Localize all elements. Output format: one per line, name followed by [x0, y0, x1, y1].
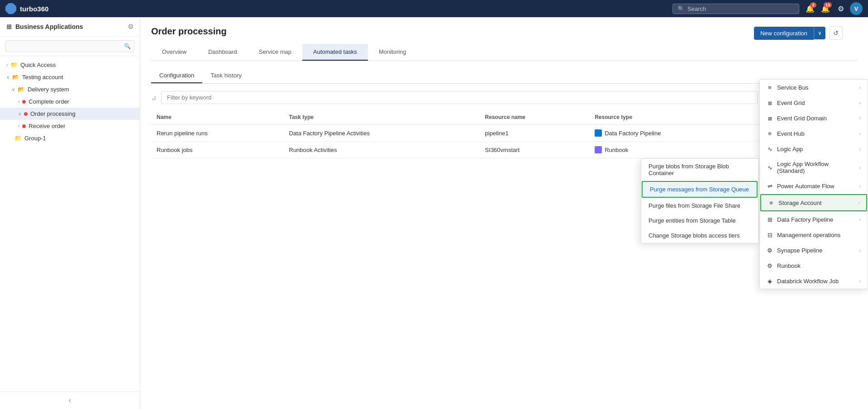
sidebar-item-order-processing[interactable]: ∨ Order processing: [0, 108, 140, 120]
panel-item-label: Service Bus: [777, 84, 808, 91]
panel-item-data-factory[interactable]: ⊞ Data Factory Pipeline ›: [760, 212, 868, 227]
sidebar-item-receive-order[interactable]: › Receive order: [0, 120, 140, 132]
search-icon: 🔍: [677, 5, 685, 12]
col-resource-name: Resource name: [480, 110, 590, 124]
row-resource-name: pipeline1: [480, 124, 590, 142]
folder-icon: 📁: [10, 62, 18, 68]
sub-item-change-tiers[interactable]: Change Storage blobs access tiers: [641, 228, 758, 243]
sidebar-item-delivery-system[interactable]: ∨ 📂 Delivery system: [0, 83, 140, 95]
sidebar-search-input[interactable]: [5, 40, 134, 52]
col-task-type: Task type: [284, 110, 480, 124]
refresh-button[interactable]: ↺: [829, 26, 843, 40]
top-nav: turbo360 🔍 Search 🔔 3 🔔 13 ⚙ V: [0, 0, 868, 17]
chevron-right-icon: ›: [6, 62, 8, 67]
row-name: Runbook jobs: [151, 142, 284, 158]
nav-item-label: Receive order: [29, 123, 134, 129]
panel-item-power-automate[interactable]: ⇌ Power Automate Flow ›: [760, 178, 868, 194]
notifications-bell-1[interactable]: 🔔 3: [804, 2, 816, 15]
chevron-right-icon: ›: [859, 247, 861, 253]
search-bar[interactable]: 🔍 Search: [672, 4, 799, 14]
row-task-type: Data Factory Pipeline Activities: [284, 124, 480, 142]
new-configuration-button[interactable]: New configuration: [754, 27, 814, 40]
tab-overview[interactable]: Overview: [151, 44, 197, 61]
col-name: Name: [151, 110, 284, 124]
subtab-task-history[interactable]: Task history: [202, 68, 250, 83]
runbook-panel-icon: ⚙: [766, 262, 773, 269]
table-row[interactable]: Runbook jobs Runbook Activities SI360vms…: [151, 142, 857, 158]
sub-item-purge-messages[interactable]: Purge messages from Storage Queue: [642, 181, 758, 198]
panel-item-databrick[interactable]: ◈ Databrick Workflow Job ›: [760, 273, 868, 289]
tab-dashboard[interactable]: Dashboard: [197, 44, 248, 61]
data-factory-icon: ⊞: [766, 216, 773, 223]
panel-item-logic-app-workflow[interactable]: ∿ Logic App Workflow (Standard) ›: [760, 157, 868, 178]
event-grid-domain-icon: ≣: [766, 114, 773, 122]
sub-item-purge-files[interactable]: Purge files from Storage File Share: [641, 198, 758, 213]
sidebar-item-testing-account[interactable]: ∨ 📂 Testing account: [0, 71, 140, 83]
panel-item-label: Runbook: [777, 262, 801, 269]
event-grid-icon: ≣: [766, 99, 773, 106]
filter-icon: ⊿: [151, 94, 157, 101]
tab-monitoring[interactable]: Monitoring: [368, 44, 417, 61]
panel-item-label: Event Hub: [777, 130, 805, 137]
panel-item-management-ops[interactable]: ⊟ Management operations: [760, 227, 868, 243]
service-bus-icon: ≡: [766, 84, 773, 91]
nav-item-label: Order processing: [30, 110, 134, 117]
row-resource-type: Runbook: [589, 142, 754, 158]
filter-bar: ⊿ Task type ∨ Resource name: [151, 91, 857, 104]
sidebar-gear-icon[interactable]: ⚙: [128, 23, 134, 31]
sidebar-collapse-button[interactable]: ‹: [0, 391, 140, 409]
status-dot: [22, 124, 26, 128]
panel-item-event-grid-domain[interactable]: ≣ Event Grid Domain ›: [760, 110, 868, 126]
panel-item-service-bus[interactable]: ≡ Service Bus ›: [760, 80, 868, 95]
filter-input[interactable]: [161, 91, 758, 104]
chevron-right-icon: ›: [18, 124, 19, 128]
user-avatar[interactable]: V: [850, 2, 863, 15]
panel-item-label: Management operations: [777, 232, 840, 238]
table-row[interactable]: Rerun pipeline runs Data Factory Pipelin…: [151, 124, 857, 142]
logic-app-workflow-icon: ∿: [766, 164, 773, 171]
folder-icon: 📂: [12, 74, 19, 81]
sub-item-purge-entities[interactable]: Purge entities from Storage Table: [641, 213, 758, 228]
notifications-bell-2[interactable]: 🔔 13: [819, 2, 832, 15]
settings-icon[interactable]: ⚙: [835, 2, 847, 15]
sidebar-header: ⊞ Business Applications ⚙: [0, 17, 140, 37]
tab-service-map[interactable]: Service map: [248, 44, 302, 61]
pipeline-icon: [595, 129, 602, 137]
runbook-icon: [595, 146, 602, 153]
sidebar-title: Business Applications: [15, 23, 83, 30]
sidebar: ⊞ Business Applications ⚙ 🔍 › 📁 Quick Ac…: [0, 17, 140, 409]
chevron-right-icon: ›: [858, 200, 860, 205]
logic-app-icon: ∿: [766, 145, 773, 152]
automated-tasks-table: Name Task type Resource name Resource ty…: [151, 110, 857, 158]
notification-badge-1: 3: [810, 2, 816, 8]
panel-item-event-hub[interactable]: ≡ Event Hub ›: [760, 126, 868, 141]
chevron-down-icon: ∨: [18, 111, 21, 116]
subtab-configuration[interactable]: Configuration: [151, 68, 202, 83]
chevron-right-icon: ›: [859, 100, 861, 105]
panel-item-storage-account[interactable]: ≡ Storage Account ›: [760, 194, 867, 211]
panel-item-label: Power Automate Flow: [777, 183, 834, 190]
chevron-right-icon: ›: [859, 85, 861, 90]
sidebar-search: 🔍: [0, 37, 140, 56]
status-dot: [24, 112, 28, 116]
panel-item-logic-app[interactable]: ∿ Logic App ›: [760, 141, 868, 157]
panel-item-label: Synapse Pipeline: [777, 247, 822, 254]
row-resource-name: SI360vmstart: [480, 142, 590, 158]
app-logo[interactable]: turbo360: [5, 3, 48, 14]
event-hub-icon: ≡: [766, 130, 773, 137]
sidebar-item-complete-order[interactable]: › Complete order: [0, 95, 140, 108]
sidebar-item-group-1[interactable]: 📁 Group-1: [0, 132, 140, 144]
storage-account-icon: ≡: [768, 199, 775, 206]
panel-item-event-grid[interactable]: ≣ Event Grid ›: [760, 95, 868, 110]
chevron-right-icon: ›: [18, 99, 19, 104]
page-title: Order processing: [151, 26, 857, 37]
sidebar-nav: › 📁 Quick Access ∨ 📂 Testing account ∨ 📂…: [0, 56, 140, 147]
sidebar-item-quick-access[interactable]: › 📁 Quick Access: [0, 59, 140, 71]
tab-automated-tasks[interactable]: Automated tasks: [302, 44, 368, 61]
panel-item-runbook[interactable]: ⚙ Runbook: [760, 258, 868, 273]
sub-tab-bar: Configuration Task history: [151, 68, 857, 84]
row-task-type: Runbook Activities: [284, 142, 480, 158]
sub-item-purge-blobs[interactable]: Purge blobs from Storage Blob Container: [641, 159, 758, 181]
panel-item-synapse[interactable]: ⚙ Synapse Pipeline ›: [760, 243, 868, 258]
new-config-dropdown-arrow[interactable]: ∨: [814, 27, 825, 39]
